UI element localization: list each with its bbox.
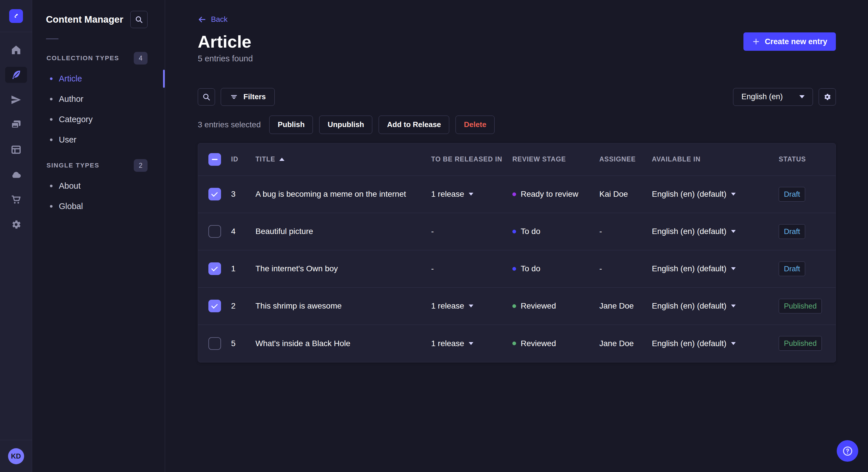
- strapi-logo[interactable]: [9, 9, 23, 23]
- nav-releases[interactable]: [5, 92, 27, 108]
- column-to-be-released-in[interactable]: TO BE RELEASED IN: [431, 156, 513, 163]
- cell-assignee: Jane Doe: [599, 301, 652, 310]
- sidebar-item-article[interactable]: Article: [32, 69, 165, 89]
- table-row[interactable]: 1 The internet's Own boy - To do - Engli…: [198, 250, 836, 288]
- sidebar-item-label: User: [59, 135, 76, 144]
- cell-release: 1 release: [431, 339, 513, 348]
- help-button[interactable]: [837, 440, 858, 462]
- section-count-badge[interactable]: 4: [134, 52, 148, 65]
- cell-assignee: Kai Doe: [599, 190, 652, 199]
- available-value[interactable]: English (en) (default): [652, 190, 726, 199]
- nav-deploy[interactable]: [5, 167, 27, 183]
- available-value[interactable]: English (en) (default): [652, 339, 726, 348]
- avatar[interactable]: KD: [8, 448, 24, 464]
- table-row[interactable]: 5 What's inside a Black Hole 1 release R…: [198, 325, 836, 362]
- add-to-release-button[interactable]: Add to Release: [379, 115, 449, 134]
- selection-count: 3 entries selected: [198, 120, 260, 129]
- publish-button[interactable]: Publish: [269, 115, 313, 134]
- chevron-down-icon[interactable]: [731, 305, 736, 307]
- release-value[interactable]: -: [431, 264, 434, 273]
- sidebar-item-label: Category: [59, 115, 93, 124]
- chevron-down-icon[interactable]: [731, 342, 736, 345]
- gear-icon: [823, 93, 832, 101]
- sidebar-item-global[interactable]: Global: [32, 196, 165, 216]
- table-row[interactable]: 4 Beautiful picture - To do - English (e…: [198, 213, 836, 250]
- sidebar-item-about[interactable]: About: [32, 176, 165, 196]
- nav-content-type-builder[interactable]: [5, 142, 27, 158]
- back-link[interactable]: Back: [198, 15, 228, 24]
- cloud-icon: [10, 169, 22, 180]
- select-all-checkbox[interactable]: [208, 153, 221, 166]
- cell-status: Published: [779, 336, 836, 351]
- nav-marketplace[interactable]: [5, 192, 27, 208]
- delete-button[interactable]: Delete: [456, 115, 495, 134]
- unpublish-button[interactable]: Unpublish: [319, 115, 372, 134]
- row-checkbox[interactable]: [208, 225, 221, 238]
- available-value[interactable]: English (en) (default): [652, 264, 726, 273]
- back-label: Back: [211, 15, 228, 24]
- create-new-entry-button[interactable]: Create new entry: [743, 32, 836, 51]
- sidebar-item-user[interactable]: User: [32, 130, 165, 150]
- create-new-entry-label: Create new entry: [765, 37, 827, 46]
- cell-review-stage: Ready to review: [513, 190, 599, 199]
- sidebar-search-button[interactable]: [130, 11, 148, 28]
- column-id[interactable]: ID: [231, 156, 255, 163]
- cell-review-stage: Reviewed: [513, 301, 599, 310]
- nav-settings[interactable]: [5, 216, 27, 233]
- search-icon: [202, 93, 211, 101]
- cell-status: Draft: [779, 262, 836, 276]
- locale-select[interactable]: English (en): [733, 88, 813, 106]
- subnav-sections: COLLECTION TYPES4ArticleAuthorCategoryUs…: [32, 51, 165, 216]
- chevron-down-icon[interactable]: [731, 230, 736, 233]
- available-value[interactable]: English (en) (default): [652, 227, 726, 236]
- nav-home[interactable]: [5, 42, 27, 58]
- available-value[interactable]: English (en) (default): [652, 301, 726, 310]
- sidebar-item-label: Article: [59, 74, 82, 83]
- column-title[interactable]: TITLE: [255, 156, 431, 163]
- entries-table: ID TITLE TO BE RELEASED IN REVIEW STAGE …: [198, 143, 836, 363]
- release-value[interactable]: -: [431, 227, 434, 236]
- column-status[interactable]: STATUS: [779, 156, 836, 163]
- column-review-stage[interactable]: REVIEW STAGE: [513, 156, 599, 163]
- view-settings-button[interactable]: [818, 88, 836, 105]
- table-search-button[interactable]: [198, 88, 215, 105]
- row-checkbox[interactable]: [208, 188, 221, 200]
- cell-release: -: [431, 227, 513, 236]
- logo-section: [0, 0, 32, 32]
- nav-media-library[interactable]: [5, 117, 27, 133]
- filters-button[interactable]: Filters: [221, 88, 275, 106]
- chevron-down-icon[interactable]: [731, 193, 736, 196]
- stage-dot: [513, 193, 516, 196]
- column-assignee[interactable]: ASSIGNEE: [599, 156, 652, 163]
- cell-id: 4: [231, 227, 255, 236]
- release-value[interactable]: 1 release: [431, 190, 464, 199]
- row-checkbox[interactable]: [208, 337, 221, 350]
- chevron-down-icon[interactable]: [731, 267, 736, 270]
- chevron-down-icon[interactable]: [469, 193, 473, 196]
- sidebar-title: Content Manager: [46, 14, 123, 25]
- table-row[interactable]: 2 This shrimp is awesome 1 release Revie…: [198, 288, 836, 325]
- release-value[interactable]: 1 release: [431, 301, 464, 310]
- section-label: COLLECTION TYPES: [46, 55, 119, 62]
- stage-dot: [513, 230, 516, 233]
- sidebar-item-author[interactable]: Author: [32, 89, 165, 109]
- cell-id: 5: [231, 339, 255, 348]
- row-checkbox[interactable]: [208, 262, 221, 275]
- release-value[interactable]: 1 release: [431, 339, 464, 348]
- nav-content-manager[interactable]: [5, 67, 27, 83]
- section-count-badge[interactable]: 2: [134, 159, 148, 172]
- status-badge: Published: [779, 336, 822, 351]
- column-available-in[interactable]: AVAILABLE IN: [652, 156, 779, 163]
- stage-value: Reviewed: [521, 301, 556, 310]
- stage-dot: [513, 341, 516, 345]
- sidebar-item-category[interactable]: Category: [32, 109, 165, 130]
- chevron-down-icon[interactable]: [469, 305, 473, 307]
- cell-available-in: English (en) (default): [652, 227, 779, 236]
- chevron-down-icon[interactable]: [469, 342, 473, 345]
- row-checkbox[interactable]: [208, 300, 221, 312]
- gear-icon: [10, 219, 22, 230]
- entries-count: 5 entries found: [198, 54, 836, 63]
- table-row[interactable]: 3 A bug is becoming a meme on the intern…: [198, 176, 836, 213]
- bullet-icon: [50, 98, 53, 100]
- cell-id: 3: [231, 190, 255, 199]
